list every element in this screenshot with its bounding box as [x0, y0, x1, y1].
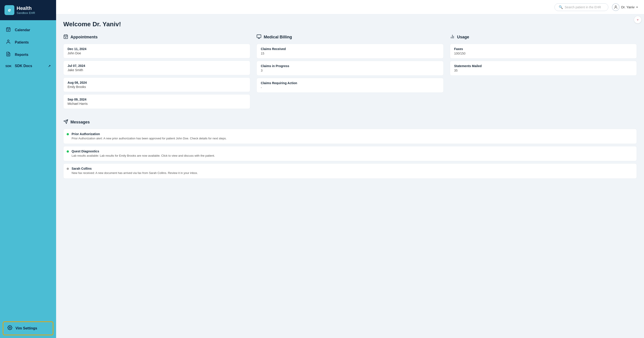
message-item[interactable]: Prior Authorization Prior Authorization … [63, 129, 637, 144]
appointments-icon [63, 34, 68, 40]
user-avatar [612, 3, 620, 11]
settings-icon [8, 325, 12, 332]
usage-label: Statements Mailed [454, 64, 632, 68]
billing-value: 3 [261, 69, 439, 72]
usage-value: 35 [454, 69, 632, 72]
sdk-icon: SDK [6, 64, 11, 68]
message-status-dot [67, 150, 69, 152]
appointments-section: Appointments Dec 11, 2024John DoeJul 07,… [63, 34, 250, 111]
billing-card[interactable]: Claims Requiring Action- [256, 78, 444, 93]
svg-point-7 [9, 327, 10, 328]
appointment-date: Dec 11, 2024 [68, 47, 246, 51]
billing-value: - [261, 86, 439, 89]
billing-header: Medical Billing [256, 34, 444, 40]
search-placeholder-text: Search patient in the EHR [565, 6, 601, 9]
appointment-card[interactable]: Dec 11, 2024John Doe [63, 44, 250, 58]
appointment-patient: John Doe [68, 52, 246, 55]
message-content: Quest Diagnostics Lab results available:… [72, 150, 632, 158]
sidebar-item-patients[interactable]: Patients [0, 36, 56, 48]
search-bar[interactable]: 🔍 Search patient in the EHR [554, 3, 608, 11]
messages-header: Messages [63, 119, 637, 125]
messages-list: Prior Authorization Prior Authorization … [63, 129, 637, 179]
appointment-date: Sep 09, 2024 [68, 98, 246, 101]
usage-title: Usage [457, 35, 469, 40]
page-content: ♥ Welcome Dr. Yaniv! Appointment [56, 14, 644, 187]
appointment-card[interactable]: Jul 07, 2024Jake Smith [63, 60, 250, 75]
favorite-button[interactable]: ♥ [634, 16, 641, 23]
chevron-down-icon: ▾ [636, 6, 638, 9]
main-content: 🔍 Search patient in the EHR Dr. Yaniv ▾ … [56, 0, 644, 338]
usage-icon [450, 34, 455, 40]
external-arrow-icon: ↗ [48, 64, 51, 68]
svg-point-4 [8, 40, 9, 42]
appointment-card[interactable]: Sep 09, 2024Michael Harris [63, 94, 250, 109]
billing-value: 15 [261, 52, 439, 55]
logo-title: Health [16, 6, 35, 11]
sidebar-item-label-sdk: SDK Docs [15, 64, 32, 68]
sidebar-footer-vim-settings[interactable]: Vim Settings [3, 322, 54, 335]
message-status-dot [67, 168, 69, 170]
appointment-date: Aug 08, 2024 [68, 81, 246, 84]
usage-list: Faxes100/150Statements Mailed35 [450, 44, 637, 76]
message-text: New fax received: A new document has arr… [72, 171, 632, 175]
patients-icon [6, 39, 11, 45]
messages-icon [63, 119, 68, 125]
appointment-list: Dec 11, 2024John DoeJul 07, 2024Jake Smi… [63, 44, 250, 109]
billing-title: Medical Billing [264, 35, 292, 40]
vim-settings-label: Vim Settings [16, 326, 37, 330]
appointment-patient: Jake Smith [68, 68, 246, 72]
logo-subtitle: Sandbox EHR [16, 11, 35, 14]
appointments-header: Appointments [63, 34, 250, 40]
page-title: Welcome Dr. Yaniv! [63, 21, 637, 28]
svg-rect-0 [6, 28, 10, 32]
user-info[interactable]: Dr. Yaniv ▾ [612, 3, 638, 11]
logo-text: Health Sandbox EHR [16, 6, 35, 14]
sidebar-item-label-reports: Reports [15, 53, 28, 57]
sidebar-header: e Health Sandbox EHR [0, 0, 56, 20]
billing-list: Claims Received15Claims in Progress3Clai… [256, 44, 444, 93]
billing-icon [256, 34, 262, 40]
billing-card[interactable]: Claims Received15 [256, 44, 444, 58]
reports-icon [6, 52, 11, 58]
billing-label: Claims in Progress [261, 64, 439, 68]
svg-rect-13 [257, 35, 261, 38]
message-content: Prior Authorization Prior Authorization … [72, 132, 632, 140]
dashboard-grid: Appointments Dec 11, 2024John DoeJul 07,… [63, 34, 637, 111]
top-header: 🔍 Search patient in the EHR Dr. Yaniv ▾ [56, 0, 644, 14]
sidebar-item-calendar[interactable]: Calendar [0, 24, 56, 36]
logo-icon: e [4, 5, 14, 15]
message-sender: Sarah Collins [72, 167, 632, 170]
usage-label: Faxes [454, 47, 632, 51]
message-sender: Prior Authorization [72, 132, 632, 136]
sidebar-item-sdk-docs[interactable]: SDK SDK Docs ↗ [0, 61, 56, 71]
message-status-dot [67, 133, 69, 135]
message-text: Lab results available: Lab results for E… [72, 154, 632, 158]
usage-card: Statements Mailed35 [450, 61, 637, 76]
user-name: Dr. Yaniv [621, 5, 634, 9]
svg-rect-9 [64, 35, 68, 39]
appointment-patient: Michael Harris [68, 102, 246, 106]
billing-section: Medical Billing Claims Received15Claims … [256, 34, 444, 111]
usage-section: Usage Faxes100/150Statements Mailed35 [450, 34, 637, 111]
message-item[interactable]: Sarah Collins New fax received: A new do… [63, 164, 637, 178]
message-item[interactable]: Quest Diagnostics Lab results available:… [63, 146, 637, 161]
svg-point-8 [615, 6, 616, 7]
usage-value: 100/150 [454, 52, 632, 55]
appointment-patient: Emily Brooks [68, 85, 246, 89]
message-text: Prior Authorization alert: A new prior a… [72, 136, 632, 140]
calendar-icon [6, 27, 11, 33]
message-sender: Quest Diagnostics [72, 150, 632, 153]
sidebar-item-label-calendar: Calendar [15, 28, 30, 32]
billing-label: Claims Requiring Action [261, 81, 439, 85]
search-icon: 🔍 [559, 5, 563, 9]
appointment-date: Jul 07, 2024 [68, 64, 246, 68]
messages-section: Messages Prior Authorization Prior Autho… [63, 119, 637, 179]
billing-card[interactable]: Claims in Progress3 [256, 61, 444, 76]
usage-header: Usage [450, 34, 637, 40]
nav-items: Calendar Patients Reports [0, 20, 56, 319]
message-content: Sarah Collins New fax received: A new do… [72, 167, 632, 175]
sidebar-item-reports[interactable]: Reports [0, 48, 56, 61]
billing-label: Claims Received [261, 47, 439, 51]
appointment-card[interactable]: Aug 08, 2024Emily Brooks [63, 78, 250, 92]
sidebar-item-label-patients: Patients [15, 40, 29, 44]
